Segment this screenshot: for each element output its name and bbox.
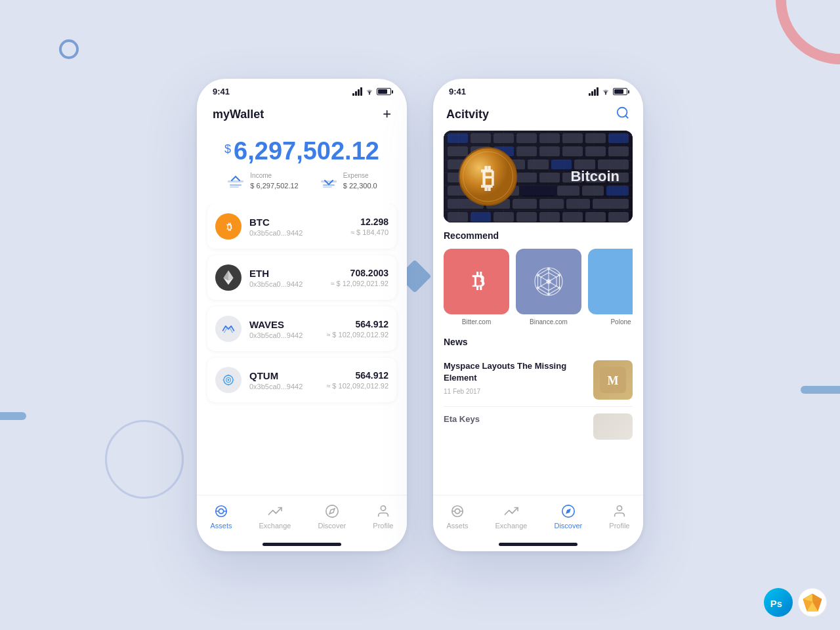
svg-point-42 [536,274,539,277]
svg-point-38 [558,274,561,277]
waves-address: 0x3b5ca0...9442 [249,331,326,339]
phone-activity: 9:41 Ac [433,79,643,551]
qtum-usd: ≈ $ 102,092,012.92 [326,382,388,390]
bitter-card-inner [444,249,509,314]
recommend-card-bitter[interactable]: Bitter.com [444,247,509,326]
expense-icon [320,173,338,191]
recommend-card-binance[interactable]: Binance.com [516,247,581,326]
wifi-icon-2 [601,88,610,95]
income-info: Income $ 6,297,502.12 [250,172,298,191]
crypto-item-qtum[interactable]: QTUM 0x3b5ca0...9442 564.912 ≈ $ 102,092… [207,358,396,402]
income-label: Income [250,172,298,179]
sketch-badge [798,588,827,617]
crypto-item-waves[interactable]: WAVES 0x3b5ca0...9442 564.912 ≈ $ 102,09… [207,306,396,351]
status-bar-1: 9:41 [197,79,407,100]
btc-name: BTC [249,217,350,228]
svg-point-37 [547,267,551,270]
search-button[interactable] [616,106,630,123]
svg-point-18 [219,509,223,513]
btc-values: 12.298 ≈ $ 184,470 [350,217,388,236]
svg-marker-50 [566,509,571,514]
income-icon [226,173,245,191]
bitter-btc-icon [460,263,493,299]
crypto-item-eth[interactable]: ETH 0x3b5ca0...9442 708.2003 ≈ $ 12,092,… [207,255,396,300]
svg-rect-3 [230,184,242,186]
nav-assets-label-2: Assets [447,522,469,530]
wallet-header: myWallet + [197,100,407,131]
svg-point-24 [605,93,606,94]
status-icons-1 [352,87,391,96]
battery-icon-1 [377,88,391,95]
svg-point-16 [228,379,230,381]
profile-icon-1 [375,503,391,519]
nav-discover-1[interactable]: Discover [318,503,346,530]
nav-profile-2[interactable]: Profile [609,503,629,530]
news-date-1: 11 Feb 2017 [444,388,585,395]
recommend-section: Recommend Bitter.com [433,222,643,329]
qtum-name: QTUM [249,370,326,381]
phone-wallet: 9:41 my [197,79,407,551]
svg-point-0 [781,0,840,59]
balance-stats: Income $ 6,297,502.12 [213,172,391,191]
news-title: News [444,337,633,347]
bottom-nav-1: Assets Exchange [197,495,407,543]
svg-rect-4 [230,186,239,188]
signal-bars-2 [589,87,598,96]
news-section: News Myspace Layouts The Missing Element… [433,329,643,495]
polone-card-inner [588,249,633,314]
nav-exchange-label-1: Exchange [259,522,291,530]
bg-decoration-bar-right [801,386,840,394]
waves-usd: ≈ $ 102,092,012.92 [326,331,388,339]
ps-icon: Ps [769,595,788,610]
recommend-card-polone[interactable]: Polone [588,247,633,326]
expense-value: $ 22,300.0 [343,182,377,190]
wifi-icon-1 [365,88,374,95]
news-title-2: Eta Keys [444,413,585,425]
qtum-address: 0x3b5ca0...9442 [249,383,326,390]
svg-point-51 [617,506,621,511]
recommend-cards: Bitter.com [444,247,633,329]
btc-address: 0x3b5ca0...9442 [249,229,350,237]
assets-icon-1 [213,503,229,519]
recommend-title: Recommend [444,230,633,241]
news-thumb-1: M [593,360,633,400]
nav-discover-2[interactable]: Discover [554,503,582,530]
nav-assets-2[interactable]: Assets [447,503,469,530]
balance-dollar-sign: $ [224,142,231,156]
home-indicator-2 [499,543,578,546]
eth-amount: 708.2003 [330,268,388,278]
nav-exchange-1[interactable]: Exchange [259,503,291,530]
news-item-1[interactable]: Myspace Layouts The Missing Element 11 F… [444,354,633,407]
svg-point-46 [455,509,459,513]
discover-icon-1 [324,503,340,519]
news-title-1: Myspace Layouts The Missing Element [444,360,585,384]
polone-label: Polone [610,318,631,326]
photoshop-badge: Ps [764,588,793,617]
bitcoin-banner[interactable]: ₿ Bitcoin [444,131,633,222]
btc-details: BTC 0x3b5ca0...9442 [249,217,350,237]
sketch-icon [802,593,823,612]
svg-point-39 [558,286,561,289]
qtum-values: 564.912 ≈ $ 102,092,012.92 [326,370,388,390]
waves-logo [215,316,242,342]
discover-icon-2 [560,503,576,519]
svg-rect-6 [323,184,335,186]
income-value: $ 6,297,502.12 [250,182,298,190]
activity-content: Acitvity [433,100,643,495]
news-content-1: Myspace Layouts The Missing Element 11 F… [444,360,585,395]
waves-amount: 564.912 [326,319,388,329]
svg-point-41 [536,286,539,289]
battery-icon-2 [613,88,627,95]
add-wallet-button[interactable]: + [383,106,391,123]
crypto-item-btc[interactable]: BTC 0x3b5ca0...9442 12.298 ≈ $ 184,470 [207,204,396,249]
nav-profile-1[interactable]: Profile [373,503,393,530]
nav-assets-1[interactable]: Assets [211,503,232,530]
profile-icon-2 [612,503,627,519]
bitter-label: Bitter.com [462,318,491,326]
nav-exchange-2[interactable]: Exchange [495,503,528,530]
binance-card-inner [516,249,581,314]
news-item-2[interactable]: Eta Keys [444,407,633,446]
eth-address: 0x3b5ca0...9442 [249,280,330,288]
eth-details: ETH 0x3b5ca0...9442 [249,268,330,288]
expense-label: Expense [343,172,377,179]
